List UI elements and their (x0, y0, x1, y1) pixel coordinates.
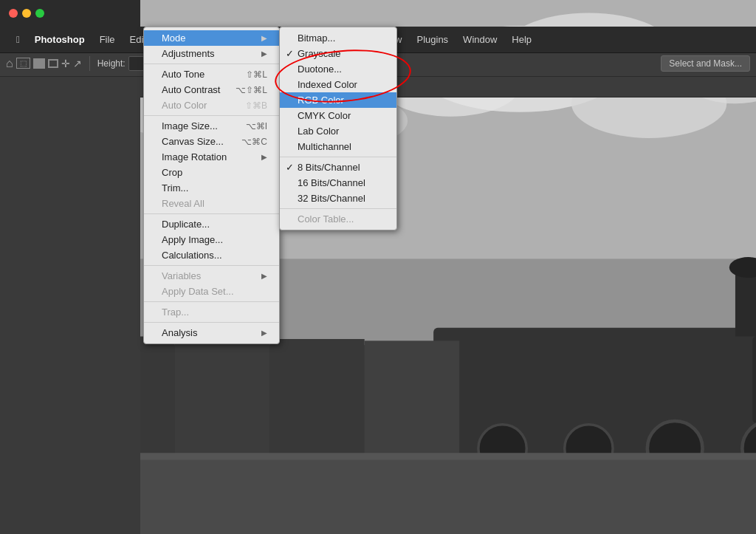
menu-item-calculations[interactable]: Calculations... (144, 247, 279, 263)
mode-item-duotone[interactable]: Duotone... (280, 61, 396, 77)
color-table-label: Color Table... (298, 213, 354, 225)
menu-item-apply-data-set[interactable]: Apply Data Set... (144, 284, 279, 299)
svg-rect-26 (140, 453, 756, 459)
adjustments-label: Adjustments (162, 48, 215, 59)
menu-item-image-rotation[interactable]: Image Rotation ▶ (144, 149, 279, 165)
duotone-label: Duotone... (298, 64, 342, 75)
analysis-label: Analysis (162, 327, 197, 338)
separator-5 (144, 301, 279, 302)
solid-rect (33, 58, 45, 69)
maximize-button[interactable] (35, 9, 44, 18)
mode-arrow: ▶ (261, 34, 267, 42)
menu-item-auto-contrast[interactable]: Auto Contrast ⌥⇧⌘L (144, 82, 279, 97)
mode-item-multichannel[interactable]: Multichannel (280, 139, 396, 154)
reveal-all-label: Reveal All (162, 198, 205, 209)
arrow-icon[interactable]: ↗ (73, 58, 82, 69)
traffic-lights (9, 9, 44, 18)
mode-item-32bits[interactable]: 32 Bits/Channel (280, 191, 396, 206)
mode-item-16bits[interactable]: 16 Bits/Channel (280, 175, 396, 191)
close-button[interactable] (9, 9, 18, 18)
menu-item-crop[interactable]: Crop (144, 165, 279, 180)
mode-separator-1 (280, 157, 396, 157)
bitmap-label: Bitmap... (298, 32, 335, 44)
variables-label: Variables (162, 270, 201, 281)
move-icon[interactable]: ✛ (61, 58, 70, 69)
menu-item-adjustments[interactable]: Adjustments ▶ (144, 46, 279, 61)
separator-6 (144, 322, 279, 323)
menu-window[interactable]: Window (456, 31, 504, 48)
mode-item-color-table[interactable]: Color Table... (280, 211, 396, 227)
svg-rect-18 (752, 337, 756, 423)
lab-color-label: Lab Color (298, 126, 339, 137)
mode-item-bitmap[interactable]: Bitmap... (280, 30, 396, 46)
height-label: Height: (97, 58, 126, 69)
auto-contrast-label: Auto Contrast (162, 84, 221, 95)
menu-item-canvas-size[interactable]: Canvas Size... ⌥⌘C (144, 134, 279, 149)
menu-item-apply-image[interactable]: Apply Image... (144, 232, 279, 247)
calculations-label: Calculations... (162, 250, 222, 261)
menu-item-trap[interactable]: Trap... (144, 304, 279, 320)
menu-plugins[interactable]: Plugins (409, 31, 456, 48)
image-menu-dropdown: Mode ▶ Adjustments ▶ Auto Tone ⇧⌘L Auto … (143, 27, 280, 344)
mode-item-8bits[interactable]: 8 Bits/Channel (280, 160, 396, 175)
cmyk-color-label: CMYK Color (298, 110, 351, 121)
separator-2 (144, 115, 279, 116)
auto-color-label: Auto Color (162, 100, 207, 111)
variables-arrow: ▶ (261, 272, 267, 280)
multichannel-label: Multichannel (298, 141, 351, 152)
trap-label: Trap... (162, 307, 189, 318)
rgb-color-label: RGB Color (298, 95, 344, 106)
mode-item-cmyk-color[interactable]: CMYK Color (280, 108, 396, 123)
svg-rect-21 (140, 337, 175, 458)
mode-item-indexed-color[interactable]: Indexed Color (280, 77, 396, 92)
select-and-mask-button[interactable]: Select and Mask... (661, 55, 750, 72)
menu-apple[interactable]:  (9, 31, 27, 48)
separator-3 (144, 213, 279, 214)
auto-tone-shortcut: ⇧⌘L (246, 69, 267, 80)
menu-item-auto-color[interactable]: Auto Color ⇧⌘B (144, 97, 279, 113)
menu-item-variables[interactable]: Variables ▶ (144, 268, 279, 284)
image-rotation-arrow: ▶ (261, 153, 267, 161)
svg-rect-25 (140, 457, 756, 534)
mode-item-grayscale[interactable]: Grayscale (280, 46, 396, 61)
menu-item-mode[interactable]: Mode ▶ (144, 30, 279, 46)
mode-item-rgb-color[interactable]: RGB Color (280, 92, 396, 108)
auto-color-shortcut: ⇧⌘B (245, 100, 267, 111)
menu-item-reveal-all[interactable]: Reveal All (144, 196, 279, 211)
canvas-size-label: Canvas Size... (162, 136, 224, 147)
menu-item-analysis[interactable]: Analysis ▶ (144, 325, 279, 340)
separator-4 (144, 265, 279, 266)
canvas-size-shortcut: ⌥⌘C (241, 137, 267, 147)
home-icon[interactable]: ⌂ (6, 57, 13, 70)
menu-file[interactable]: File (92, 31, 123, 48)
trim-label: Trim... (162, 182, 188, 194)
svg-rect-22 (175, 340, 269, 457)
image-size-shortcut: ⌥⌘I (246, 121, 267, 131)
analysis-arrow: ▶ (261, 329, 267, 337)
menu-item-duplicate[interactable]: Duplicate... (144, 216, 279, 232)
separator-1 (144, 64, 279, 64)
mode-separator-2 (280, 208, 396, 209)
menu-photoshop[interactable]: Photoshop (27, 31, 92, 48)
auto-contrast-shortcut: ⌥⇧⌘L (236, 85, 267, 95)
menu-item-trim[interactable]: Trim... (144, 180, 279, 196)
adjustments-arrow: ▶ (261, 49, 267, 58)
apply-data-set-label: Apply Data Set... (162, 286, 234, 297)
8bits-label: 8 Bits/Channel (298, 162, 360, 173)
marquee-tool[interactable]: ⬚ (16, 58, 30, 69)
indexed-color-label: Indexed Color (298, 79, 357, 90)
mode-item-lab-color[interactable]: Lab Color (280, 123, 396, 139)
svg-rect-12 (735, 267, 756, 336)
mode-submenu-dropdown: Bitmap... Grayscale Duotone... Indexed C… (279, 27, 397, 230)
grayscale-label: Grayscale (298, 48, 341, 59)
menu-item-auto-tone[interactable]: Auto Tone ⇧⌘L (144, 66, 279, 82)
apply-image-label: Apply Image... (162, 234, 223, 245)
outline-rect (48, 59, 58, 68)
menu-help[interactable]: Help (504, 31, 539, 48)
minimize-button[interactable] (22, 9, 31, 18)
svg-rect-24 (365, 340, 459, 457)
crop-label: Crop (162, 167, 182, 178)
auto-tone-label: Auto Tone (162, 69, 205, 80)
menu-item-image-size[interactable]: Image Size... ⌥⌘I (144, 118, 279, 134)
image-rotation-label: Image Rotation (162, 151, 227, 162)
